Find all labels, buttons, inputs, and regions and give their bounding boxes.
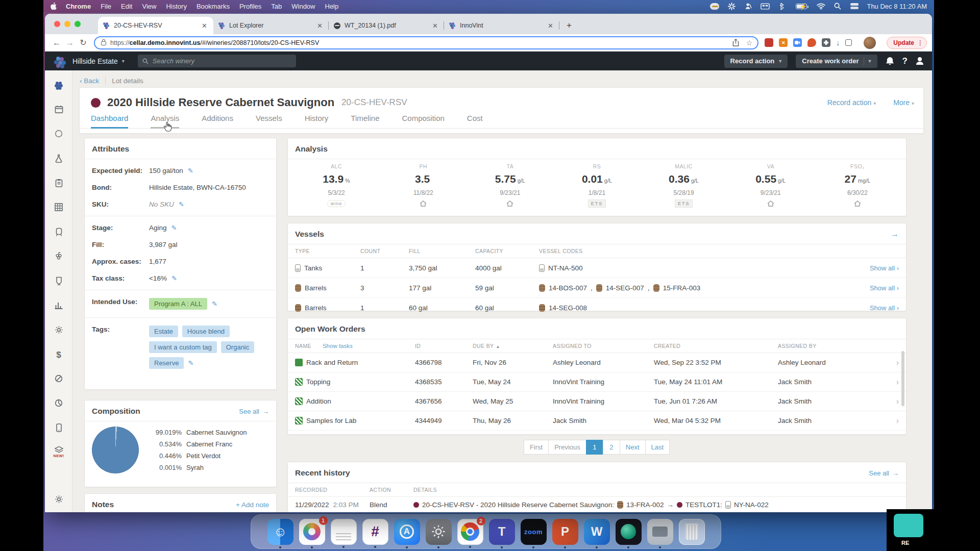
more-link[interactable]: More ▾	[893, 98, 914, 107]
search-input[interactable]	[153, 57, 280, 65]
dock-teams-icon[interactable]: T	[489, 519, 515, 545]
zoom-window-button[interactable]	[75, 21, 81, 27]
vessel-code-link[interactable]: NT-NA-500	[548, 264, 583, 272]
edit-icon[interactable]: ✎	[172, 274, 177, 282]
chevron-right-icon[interactable]: ›	[887, 397, 899, 406]
create-work-order-button[interactable]: Create work order ▾	[796, 55, 877, 68]
menu-item-bookmarks[interactable]: Bookmarks	[197, 3, 230, 10]
page-last-button[interactable]: Last	[645, 440, 670, 455]
reload-icon[interactable]: ↻	[77, 36, 90, 49]
wifi-icon[interactable]	[816, 2, 825, 10]
vessel-code-link[interactable]: 14-SEG-007	[606, 284, 644, 292]
dock-slack-icon[interactable]: #	[362, 519, 388, 545]
menu-item-edit[interactable]: Edit	[121, 3, 132, 10]
page-2-button[interactable]: 2	[603, 440, 620, 455]
tab-close-icon[interactable]: ✕	[547, 22, 554, 30]
show-all-link[interactable]: Show all ›	[852, 304, 899, 312]
menu-item-help[interactable]: Help	[325, 3, 339, 10]
menu-item-history[interactable]: History	[166, 3, 186, 10]
tab-additions[interactable]: Additions	[202, 114, 233, 128]
apple-icon[interactable]	[51, 2, 58, 10]
voice-control-icon[interactable]	[744, 2, 753, 10]
fermenter-icon[interactable]	[45, 277, 72, 285]
work-order-row[interactable]: Rack and Return 4366798 Fri, Nov 26 Ashl…	[288, 353, 906, 372]
see-all-link[interactable]: See all→	[239, 408, 269, 415]
screenshare-thumbnail[interactable]	[894, 514, 923, 537]
tab-close-icon[interactable]: ✕	[201, 22, 208, 30]
edit-icon[interactable]: ✎	[179, 201, 184, 208]
extension-flame-icon[interactable]	[807, 38, 816, 47]
menu-item-view[interactable]: View	[142, 3, 156, 10]
dock-notes-icon[interactable]	[331, 519, 357, 545]
bluetooth-icon[interactable]	[777, 2, 787, 10]
history-vessel-link[interactable]: 13-FRA-002	[626, 501, 664, 509]
forward-icon[interactable]: →	[63, 36, 77, 49]
tank-icon[interactable]	[45, 228, 72, 236]
chevron-right-icon[interactable]: ›	[887, 358, 899, 367]
menu-item-window[interactable]: Window	[291, 3, 315, 10]
winery-search[interactable]	[138, 55, 296, 67]
clipboard-icon[interactable]	[45, 179, 72, 187]
calendar-icon[interactable]	[45, 105, 72, 114]
address-bar[interactable]: https://cellar.demo.innovint.us/#/wineri…	[94, 36, 758, 49]
dock-photos-icon[interactable]: 1	[299, 519, 325, 545]
dock-system-settings-icon[interactable]	[426, 519, 452, 545]
menu-item-file[interactable]: File	[101, 3, 111, 10]
add-note-link[interactable]: + Add note	[236, 501, 269, 509]
dock-citrix-icon[interactable]	[647, 519, 673, 545]
lock-icon[interactable]	[101, 41, 106, 45]
work-order-row[interactable]: Addition 4367656 Wed, May 25 InnoVint Tr…	[288, 392, 906, 411]
grapes-icon[interactable]	[45, 252, 72, 261]
tab-close-icon[interactable]: ✕	[316, 22, 324, 30]
update-button[interactable]: Update ⋮	[887, 37, 927, 49]
vessel-code-link[interactable]: 15-FRA-003	[663, 284, 701, 292]
tag-chip[interactable]: Estate	[149, 325, 178, 337]
close-window-button[interactable]	[54, 21, 60, 27]
tag-chip[interactable]: Organic	[221, 341, 255, 353]
record-action-button[interactable]: Record action ▾	[724, 55, 788, 68]
menubar-app-pill-icon[interactable]	[710, 2, 719, 10]
battery-icon[interactable]: ⚡	[794, 2, 808, 10]
tab-history[interactable]: History	[305, 114, 329, 128]
help-question-icon[interactable]: ?	[902, 56, 908, 66]
dock-finder-icon[interactable]: ☺	[267, 519, 293, 545]
edit-icon[interactable]: ✎	[188, 359, 193, 367]
flask-icon[interactable]	[45, 154, 72, 163]
extensions-puzzle-icon[interactable]	[822, 38, 830, 47]
work-order-row-partial[interactable]	[288, 431, 906, 435]
browser-tab-lot-explorer[interactable]: Lot Explorer ✕	[213, 17, 329, 34]
tab-timeline[interactable]: Timeline	[351, 114, 379, 128]
vessel-code-link[interactable]: 14-SEG-008	[549, 304, 587, 312]
innovint-logo-icon[interactable]	[53, 55, 65, 67]
dock-trash-icon[interactable]	[679, 519, 705, 545]
tab-composition[interactable]: Composition	[402, 114, 444, 128]
gear-plus-icon[interactable]	[45, 325, 72, 334]
chevron-right-icon[interactable]: ›	[887, 378, 899, 387]
layers-icon[interactable]: NEW!	[45, 446, 72, 458]
tag-chip[interactable]: House blend	[182, 325, 230, 337]
menu-item-tab[interactable]: Tab	[271, 3, 282, 10]
extension-red-icon[interactable]	[765, 38, 773, 47]
vessel-code-link[interactable]: 14-BOS-007	[549, 284, 587, 292]
keyboard-viewer-icon[interactable]	[761, 2, 770, 10]
minimize-window-button[interactable]	[64, 21, 70, 27]
settings-gear-icon[interactable]	[45, 495, 72, 504]
back-icon[interactable]: ←	[50, 36, 63, 49]
spotlight-search-icon[interactable]	[833, 2, 842, 10]
menu-item-profiles[interactable]: Profiles	[239, 3, 261, 10]
extension-zoom-camera-icon[interactable]	[793, 38, 802, 47]
show-tasks-link[interactable]: Show tasks	[323, 343, 353, 349]
show-all-link[interactable]: Show all ›	[852, 284, 899, 292]
edit-icon[interactable]: ✎	[188, 167, 193, 174]
new-tab-button[interactable]: +	[562, 19, 576, 32]
dollar-icon[interactable]: $	[45, 350, 72, 360]
dock-chrome-icon[interactable]: 2	[457, 519, 483, 545]
dock-powerpoint-icon[interactable]: P	[552, 519, 578, 545]
share-icon[interactable]	[732, 39, 739, 47]
profile-avatar[interactable]	[864, 37, 876, 49]
dock-app-store-icon[interactable]: A	[394, 519, 420, 545]
chevron-right-icon[interactable]: ›	[887, 416, 899, 425]
circle-icon[interactable]	[45, 130, 72, 138]
browser-tab-innovint[interactable]: InnoVint ✕	[444, 17, 559, 34]
work-order-row[interactable]: Topping 4368535 Tue, May 24 InnoVint Tra…	[288, 372, 906, 392]
